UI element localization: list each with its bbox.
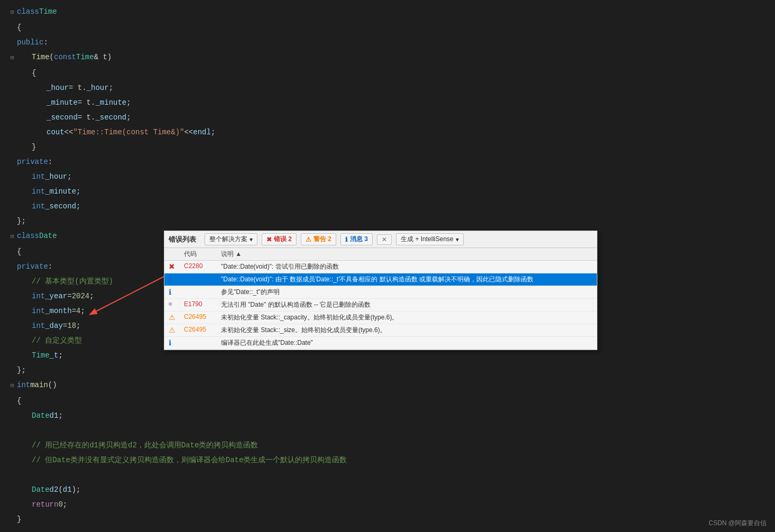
filter-icon-btn[interactable]: ✕ (377, 234, 392, 245)
col-code[interactable]: 代码 (180, 248, 217, 261)
filter-dropdown-btn[interactable]: 生成 + IntelliSense ▾ (396, 233, 464, 245)
code-line: private: (0, 154, 775, 169)
error-table: 代码 说明 ▲ ✖C2280"Date::Date(void)": 尝试引用已删… (164, 248, 597, 350)
error-row-code: E1790 (180, 299, 217, 311)
code-line: int _hour; (0, 169, 775, 184)
error-row[interactable]: ≈E1790无法引用 "Date" 的默认构造函数 -- 它是已删除的函数 (164, 299, 597, 311)
code-line: Date d1; (0, 408, 775, 423)
code-line: // 用已经存在的d1拷贝构造d2，此处会调用Date类的拷贝构造函数 (0, 438, 775, 453)
info-icon: ℹ (345, 236, 348, 243)
error-row-icon: ⚠ (164, 324, 180, 337)
code-line: }; (0, 363, 775, 378)
error-row-message: 无法引用 "Date" 的默认构造函数 -- 它是已删除的函数 (217, 299, 597, 311)
error-panel-header: 错误列表 整个解决方案 ▾ ✖ 错误 2 ⚠ 警告 2 ℹ 消息 3 ✕ 生成 … (164, 231, 597, 248)
error-panel-title: 错误列表 (169, 235, 196, 244)
code-line: _minute = t._minute; (0, 95, 775, 110)
code-line: int _minute; (0, 184, 775, 199)
info-badge-btn[interactable]: ℹ 消息 3 (340, 233, 373, 245)
error-row-icon: ✖ (164, 261, 180, 273)
code-line: ⊟Time(const Time& t) (0, 50, 775, 66)
dropdown-arrow-icon: ▾ (250, 236, 253, 243)
code-line: } (0, 512, 775, 527)
error-row-icon: ℹ (164, 337, 180, 350)
error-row[interactable]: ⚠C26495未初始化变量 Stack::_size。始终初始化成员变量(typ… (164, 324, 597, 337)
error-panel: 错误列表 整个解决方案 ▾ ✖ 错误 2 ⚠ 警告 2 ℹ 消息 3 ✕ 生成 … (164, 231, 597, 350)
error-row-message: "Date::Date(void)": 尝试引用已删除的函数 (217, 261, 597, 273)
code-line: } (0, 140, 775, 154)
error-row-code: C2280 (180, 261, 217, 273)
error-row-code: C26495 (180, 324, 217, 337)
code-line: int _second; (0, 199, 775, 214)
error-row[interactable]: ℹ编译器已在此处生成"Date::Date" (164, 337, 597, 350)
warn-badge-btn[interactable]: ⚠ 警告 2 (301, 233, 336, 245)
code-line (0, 423, 775, 438)
error-row-message: 参见"Date::_t"的声明 (217, 286, 597, 299)
error-row-icon: ℹ (164, 273, 180, 286)
error-badge-btn[interactable]: ✖ 错误 2 (262, 233, 297, 245)
warn-icon: ⚠ (306, 236, 311, 243)
error-row-icon: ≈ (164, 299, 180, 311)
filter-icon: ✕ (382, 236, 387, 243)
error-row-code (180, 337, 217, 350)
code-line: { (0, 20, 775, 35)
error-row-message: 未初始化变量 Stack::_capacity。始终初始化成员变量(type.6… (217, 311, 597, 324)
code-line: Date d2(d1); (0, 482, 775, 497)
code-line: ⊟class Time (0, 4, 775, 20)
code-line: { (0, 393, 775, 408)
error-row-code (180, 286, 217, 299)
code-line: ⊟int main() (0, 378, 775, 393)
code-line: }; (0, 214, 775, 228)
watermark: CSDN @阿森要自信 (708, 519, 767, 528)
error-row-message: 未初始化变量 Stack::_size。始终初始化成员变量(type.6)。 (217, 324, 597, 337)
error-row-icon: ℹ (164, 286, 180, 299)
code-line: cout << "Time::Time(const Time&)" << end… (0, 125, 775, 140)
code-line: _second = t._second; (0, 110, 775, 125)
error-row-icon: ⚠ (164, 311, 180, 324)
code-line: { (0, 66, 775, 80)
error-row[interactable]: ℹ参见"Date::_t"的声明 (164, 286, 597, 299)
filter-dropdown-arrow: ▾ (456, 236, 459, 243)
code-line: Time _t; (0, 348, 775, 363)
code-line: // 但Date类并没有显式定义拷贝构造函数，则编译器会给Date类生成一个默认… (0, 453, 775, 467)
code-line: public: (0, 35, 775, 50)
col-icon[interactable] (164, 248, 180, 261)
error-row-code: C26495 (180, 311, 217, 324)
code-line: _hour = t._hour; (0, 80, 775, 95)
error-row-message: 编译器已在此处生成"Date::Date" (217, 337, 597, 350)
error-row[interactable]: ✖C2280"Date::Date(void)": 尝试引用已删除的函数 (164, 261, 597, 273)
error-row[interactable]: ⚠C26495未初始化变量 Stack::_capacity。始终初始化成员变量… (164, 311, 597, 324)
solution-dropdown-btn[interactable]: 整个解决方案 ▾ (205, 233, 257, 245)
error-row-code (180, 273, 217, 286)
col-message[interactable]: 说明 ▲ (217, 248, 597, 261)
error-row[interactable]: ℹ"Date::Date(void)": 由于 数据成员'Date::_t'不具… (164, 273, 597, 286)
code-line (0, 467, 775, 482)
code-line: return 0; (0, 497, 775, 512)
error-icon: ✖ (266, 236, 272, 243)
error-row-message: "Date::Date(void)": 由于 数据成员'Date::_t'不具备… (217, 273, 597, 286)
